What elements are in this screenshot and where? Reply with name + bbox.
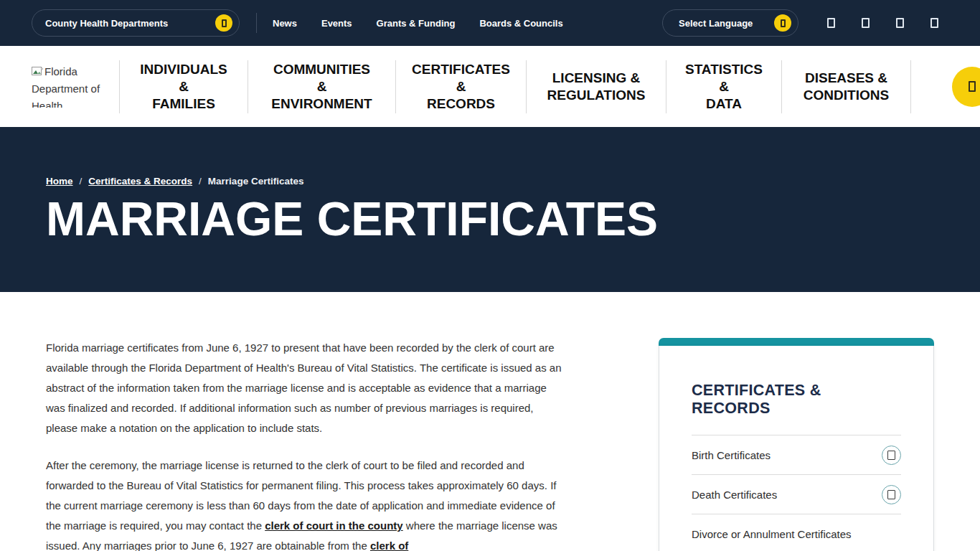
placeholder-glyph-icon bbox=[781, 19, 786, 27]
main-navigation: Florida Department of Health INDIVIDUALS… bbox=[0, 46, 980, 127]
expand-icon[interactable] bbox=[882, 446, 901, 465]
sidebar-item-label: Death Certificates bbox=[692, 489, 777, 501]
county-button-label: County Health Departments bbox=[45, 18, 168, 29]
nav-item-label: LICENSING & REGULATIONS bbox=[547, 70, 646, 104]
clerk-of-link[interactable]: clerk of bbox=[370, 540, 408, 551]
paragraph-2: After the ceremony, the marriage license… bbox=[46, 456, 567, 551]
topbar-link-news[interactable]: News bbox=[273, 18, 297, 29]
county-health-departments-button[interactable]: County Health Departments bbox=[32, 9, 240, 37]
globe-icon bbox=[774, 14, 791, 32]
search-icon bbox=[969, 81, 976, 92]
paragraph-1: Florida marriage certificates from June … bbox=[46, 338, 567, 438]
topbar-link-boards-councils[interactable]: Boards & Councils bbox=[479, 18, 562, 29]
nav-divider bbox=[910, 60, 911, 113]
search-button[interactable] bbox=[952, 67, 980, 107]
article-body: Florida marriage certificates from June … bbox=[46, 338, 567, 551]
breadcrumb-certificates-records-link[interactable]: Certificates & Records bbox=[88, 176, 192, 187]
breadcrumb-current: Marriage Certificates bbox=[208, 176, 304, 187]
placeholder-glyph-icon bbox=[887, 490, 895, 499]
sidebar-card: CERTIFICATES & RECORDS Birth Certificate… bbox=[659, 346, 934, 551]
nav-item-label: INDIVIDUALS & FAMILIES bbox=[140, 61, 227, 113]
social-icon-4[interactable] bbox=[930, 18, 938, 28]
nav-item-diseases-conditions[interactable]: DISEASES & CONDITIONS bbox=[782, 46, 910, 127]
nav-item-licensing-regulations[interactable]: LICENSING & REGULATIONS bbox=[527, 46, 666, 127]
nav-item-statistics-data[interactable]: STATISTICS & DATA bbox=[666, 46, 781, 127]
hero-banner: Home / Certificates & Records / Marriage… bbox=[0, 127, 980, 292]
breadcrumb-separator: / bbox=[80, 176, 83, 187]
page-content: Florida marriage certificates from June … bbox=[0, 292, 980, 551]
sidebar-item-divorce-annulment-certificates[interactable]: Divorce or Annulment Certificates bbox=[692, 514, 901, 551]
page-title: MARRIAGE CERTIFICATES bbox=[46, 195, 934, 242]
social-icon-2[interactable] bbox=[862, 18, 870, 28]
nav-item-label: COMMUNITIES & ENVIRONMENT bbox=[271, 61, 372, 113]
social-icons-row bbox=[798, 18, 980, 28]
breadcrumb-separator: / bbox=[199, 176, 202, 187]
sidebar-item-label: Birth Certificates bbox=[692, 449, 771, 461]
select-language-button[interactable]: Select Language bbox=[662, 9, 798, 37]
social-icon-1[interactable] bbox=[827, 18, 835, 28]
nav-item-certificates-records[interactable]: CERTIFICATES & RECORDS bbox=[396, 46, 526, 127]
certificates-records-sidebar: CERTIFICATES & RECORDS Birth Certificate… bbox=[659, 338, 934, 551]
social-icon-3[interactable] bbox=[896, 18, 904, 28]
placeholder-glyph-icon bbox=[222, 19, 227, 27]
topbar-link-grants-funding[interactable]: Grants & Funding bbox=[377, 18, 456, 29]
sidebar-item-birth-certificates[interactable]: Birth Certificates bbox=[692, 435, 901, 474]
expand-icon[interactable] bbox=[882, 485, 901, 504]
topbar-divider bbox=[256, 13, 257, 33]
chevron-down-icon bbox=[215, 14, 232, 32]
broken-image-icon bbox=[32, 67, 43, 77]
nav-item-individuals-families[interactable]: INDIVIDUALS & FAMILIES bbox=[120, 46, 248, 127]
placeholder-glyph-icon bbox=[887, 451, 895, 460]
clerk-of-court-county-link[interactable]: clerk of court in the county bbox=[265, 519, 403, 532]
florida-doh-logo[interactable]: Florida Department of Health bbox=[32, 63, 119, 108]
language-button-label: Select Language bbox=[679, 18, 753, 29]
nav-item-label: DISEASES & CONDITIONS bbox=[804, 70, 889, 104]
nav-item-label: CERTIFICATES & RECORDS bbox=[412, 61, 510, 113]
sidebar-item-label: Divorce or Annulment Certificates bbox=[692, 528, 852, 540]
topbar-links: News Events Grants & Funding Boards & Co… bbox=[273, 18, 563, 29]
topbar-link-events[interactable]: Events bbox=[321, 18, 352, 29]
breadcrumb: Home / Certificates & Records / Marriage… bbox=[46, 176, 934, 187]
sidebar-item-death-certificates[interactable]: Death Certificates bbox=[692, 474, 901, 514]
paragraph-1-text: Florida marriage certificates from June … bbox=[46, 342, 562, 434]
nav-item-label: STATISTICS & DATA bbox=[685, 61, 763, 113]
sidebar-accent-bar bbox=[659, 338, 934, 346]
utility-topbar: County Health Departments News Events Gr… bbox=[0, 0, 980, 46]
breadcrumb-home-link[interactable]: Home bbox=[46, 176, 73, 187]
sidebar-heading: CERTIFICATES & RECORDS bbox=[692, 382, 901, 418]
nav-item-communities-environment[interactable]: COMMUNITIES & ENVIRONMENT bbox=[248, 46, 395, 127]
